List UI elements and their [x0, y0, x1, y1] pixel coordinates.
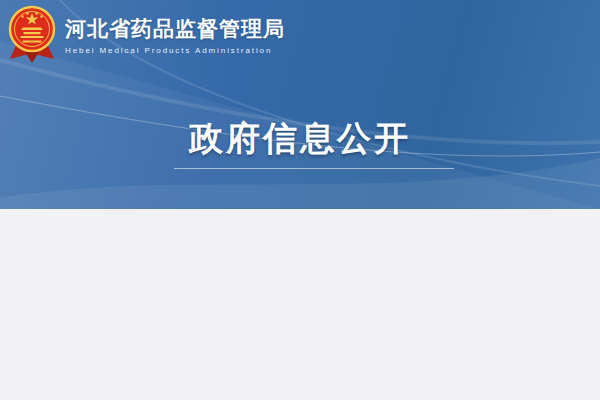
national-emblem-logo	[8, 5, 56, 65]
hero-header: 河北省药品监督管理局 Hebei Medical Products Admini…	[0, 0, 600, 209]
banner-underline	[174, 168, 454, 169]
org-name-en: Hebei Medical Products Administration	[65, 46, 285, 55]
page-root: { "header": { "org_name_cn": "河北省药品监督管理局…	[0, 0, 600, 400]
org-name-block: 河北省药品监督管理局 Hebei Medical Products Admini…	[65, 16, 285, 55]
page-body: 当前位置： 首页 > 政府信息公开 > 法定主动公开内容 > 政策解读 索引号 …	[0, 209, 600, 400]
banner-title: 政府信息公开	[0, 116, 600, 162]
site-brand: 河北省药品监督管理局 Hebei Medical Products Admini…	[8, 5, 285, 65]
org-name-cn: 河北省药品监督管理局	[65, 16, 285, 41]
